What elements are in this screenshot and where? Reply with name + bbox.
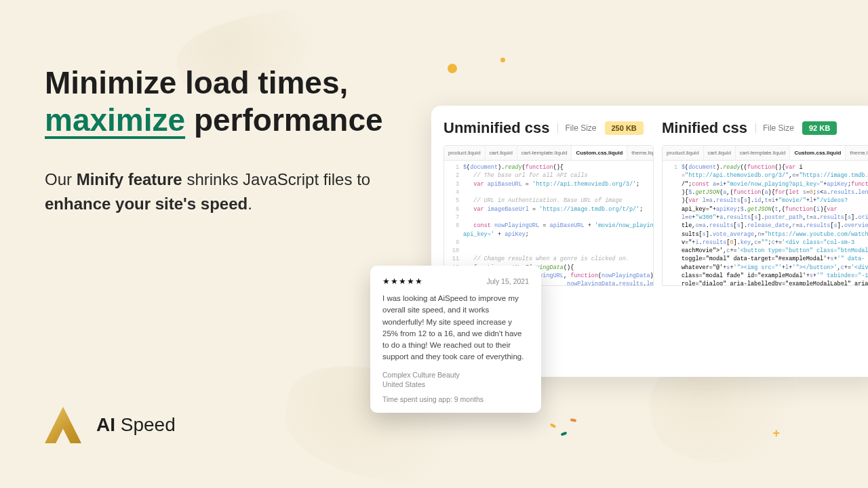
panel-title: Unminified css: [443, 119, 549, 137]
decor-confetti: [570, 418, 577, 422]
file-tab[interactable]: Custom.css.liquid: [572, 146, 627, 160]
star-rating-icon: ★★★★★: [382, 277, 423, 286]
review-author: Complex Culture Beauty United States: [382, 370, 529, 390]
brand: AI Speed: [45, 407, 176, 443]
sub-headline: Our Minify feature shrinks JavaScript fi…: [45, 167, 425, 216]
file-size-badge: 92 KB: [802, 121, 837, 135]
headline-line1: Minimize load times,: [45, 65, 348, 100]
file-size-badge: 250 KB: [605, 121, 644, 135]
headline-accent: maximize: [45, 102, 185, 138]
file-size-label: File Size: [557, 123, 596, 133]
review-date: July 15, 2021: [487, 277, 529, 285]
panel-title: Minified css: [662, 119, 747, 137]
headline-rest: performance: [185, 102, 382, 138]
file-tab[interactable]: cart-template.liquid: [736, 146, 791, 160]
file-tab[interactable]: cart.liquid: [704, 146, 736, 160]
decor-confetti: [561, 432, 568, 436]
headline: Minimize load times, maximize performanc…: [45, 64, 425, 139]
file-tab[interactable]: cart-template.liquid: [517, 146, 572, 160]
decor-confetti: [550, 423, 557, 428]
brand-logo-icon: [45, 407, 81, 443]
decor-plus-icon: +: [772, 426, 780, 441]
brand-name: AI Speed: [96, 414, 176, 436]
file-tab[interactable]: theme.liquid: [627, 146, 654, 160]
panel-minified: Minified css File Size 92 KB product.liq…: [662, 119, 868, 377]
review-body: I was looking at AiSpeed to improve my o…: [382, 293, 529, 363]
file-size-label: File Size: [755, 123, 794, 133]
hero: Minimize load times, maximize performanc…: [45, 64, 425, 216]
review-time-spent: Time spent using app: 9 months: [382, 395, 529, 403]
file-tabs: product.liquidcart.liquidcart-template.l…: [443, 145, 654, 161]
file-tab[interactable]: product.liquid: [663, 146, 704, 160]
decor-dot: [448, 64, 457, 73]
file-tabs: product.liquidcart.liquidcart-template.l…: [662, 145, 868, 161]
file-tab[interactable]: theme.liquid: [846, 146, 868, 160]
file-tab[interactable]: cart.liquid: [486, 146, 517, 160]
code-editor-minified: 1$(document).ready((function(){var i="ht…: [662, 161, 868, 286]
file-tab[interactable]: product.liquid: [444, 146, 486, 160]
review-card: ★★★★★ July 15, 2021 I was looking at AiS…: [370, 266, 541, 413]
decor-dot: [500, 58, 505, 62]
file-tab[interactable]: Custom.css.liquid: [790, 146, 846, 160]
